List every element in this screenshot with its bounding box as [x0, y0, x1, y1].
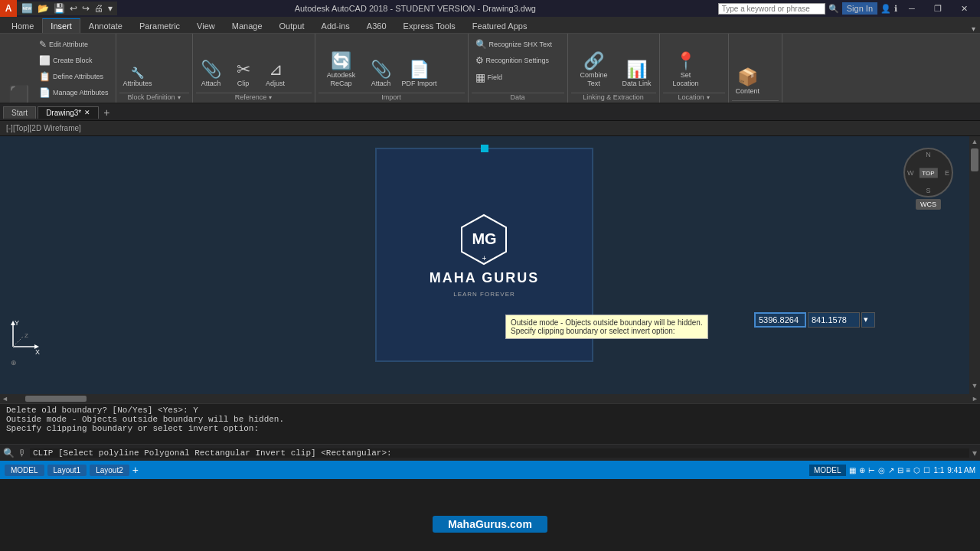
hscroll-left[interactable]: ◄	[0, 395, 10, 403]
sel-btn[interactable]: ☐	[923, 466, 930, 474]
adjust-btn[interactable]: ⊿ Adjust	[260, 58, 291, 91]
bottom-scrollbar[interactable]: ◄ ►	[0, 394, 980, 403]
tab-express[interactable]: Express Tools	[395, 18, 464, 33]
layout2-tab[interactable]: Layout2	[90, 465, 129, 476]
restore-btn[interactable]: ❐	[926, 0, 949, 17]
block-grip[interactable]	[481, 145, 488, 152]
hscroll-thumb[interactable]	[25, 396, 87, 402]
combine-text-btn[interactable]: 🔗 Combine Text	[571, 50, 617, 91]
search-input[interactable]	[718, 3, 825, 15]
data-link-btn[interactable]: 📊 Data Link	[619, 58, 655, 91]
ribbon-group-block: ⬛ Insert ✎ Edit Attribute ⬜ Create Block…	[0, 34, 116, 103]
tab-a360[interactable]: A360	[358, 18, 395, 33]
add-layout-btn[interactable]: +	[132, 464, 139, 476]
undo-btn[interactable]: ↩	[68, 2, 79, 15]
insert-btn[interactable]: ⬛ Insert	[3, 83, 34, 104]
svg-line-7	[13, 337, 23, 347]
tab-featured[interactable]: Featured Apps	[464, 18, 536, 33]
command-input-field[interactable]	[30, 448, 969, 458]
blockdef-btn1[interactable]: 🔧 Attributes	[119, 64, 156, 91]
location-dropdown-arrow[interactable]: ▾	[707, 94, 710, 101]
scroll-down-arrow[interactable]: ▼	[972, 380, 978, 391]
tab-annotate[interactable]: Annotate	[80, 18, 131, 33]
ribbon-collapse-btn[interactable]: ▾	[972, 24, 975, 33]
adjust-icon: ⊿	[269, 61, 283, 78]
clip-y-input[interactable]	[808, 312, 860, 328]
scale-btn[interactable]: 1:1	[933, 466, 944, 474]
tab-parametric[interactable]: Parametric	[131, 18, 188, 33]
field-btn[interactable]: ▦ Field	[472, 69, 507, 86]
trans-btn[interactable]: ⬡	[913, 466, 920, 474]
content-icon: 📦	[737, 69, 758, 86]
grid-btn[interactable]: ▦	[849, 466, 856, 474]
clip-dropdown-btn[interactable]: ▾	[861, 312, 875, 328]
snap-btn[interactable]: ⊕	[859, 466, 865, 474]
compass-ring: N S E W TOP	[903, 148, 953, 197]
content-buttons: 📦 Content	[732, 37, 764, 99]
content-group-label	[732, 100, 779, 103]
account-icon[interactable]: 👤	[880, 4, 891, 14]
cmd-icon-mic[interactable]: 🎙	[18, 448, 27, 458]
blockdef-dropdown-arrow[interactable]: ▾	[178, 94, 181, 101]
close-btn[interactable]: ✕	[952, 0, 975, 17]
tab-drawing3[interactable]: Drawing3* ✕	[38, 106, 99, 119]
pdf-import-btn[interactable]: 📄 PDF Import	[398, 58, 441, 91]
tab-insert[interactable]: Insert	[42, 18, 80, 33]
compass-top-btn[interactable]: TOP	[919, 168, 937, 178]
recognize-shx-btn[interactable]: 🔍 Recognize SHX Text	[472, 37, 556, 52]
hscroll-right[interactable]: ►	[970, 395, 980, 403]
location-label-text: Location	[678, 93, 704, 101]
edit-attr-label: Edit Attribute	[49, 41, 88, 48]
edit-attribute-btn[interactable]: ✎ Edit Attribute	[35, 37, 113, 52]
define-attr-btn[interactable]: 📋 Define Attributes	[35, 69, 113, 84]
tab-manage[interactable]: Manage	[224, 18, 271, 33]
viewport-label-text: [-][Top][2D Wireframe]	[6, 124, 81, 132]
create-block-label: Create Block	[53, 57, 93, 64]
set-location-btn[interactable]: 📍 Set Location	[663, 50, 709, 91]
cmd-dropdown[interactable]: ▾	[972, 448, 977, 458]
print-btn[interactable]: 🖨	[93, 2, 105, 15]
content-btn[interactable]: 📦 Content	[732, 66, 764, 99]
dyn-btn[interactable]: ⊟	[897, 466, 903, 474]
ortho-btn[interactable]: ⊢	[868, 466, 875, 474]
lw-btn[interactable]: ≡	[906, 466, 911, 474]
new-tab-btn[interactable]: +	[100, 106, 113, 119]
scroll-thumb[interactable]	[971, 148, 978, 171]
tab-addins[interactable]: Add-ins	[313, 18, 358, 33]
redo-btn[interactable]: ↪	[80, 2, 91, 15]
tab-output[interactable]: Output	[271, 18, 313, 33]
polar-btn[interactable]: ◎	[878, 466, 885, 474]
minimize-btn[interactable]: ─	[900, 0, 923, 17]
attach-btn[interactable]: 📎 Attach	[196, 58, 227, 91]
scroll-up-arrow[interactable]: ▲	[972, 136, 978, 147]
tab-home[interactable]: Home	[3, 18, 42, 33]
clip-x-input[interactable]	[754, 312, 806, 328]
open-btn[interactable]: 📂	[36, 2, 51, 15]
attach2-btn[interactable]: 📎 Attach	[366, 58, 397, 91]
manage-attr-btn[interactable]: 📄 Manage Attributes	[35, 85, 113, 100]
model-btn[interactable]: MODEL	[809, 465, 846, 476]
model-tab[interactable]: MODEL	[5, 465, 44, 476]
new-btn[interactable]: 🆕	[20, 2, 34, 15]
cmd-icon-search[interactable]: 🔍	[3, 448, 15, 458]
create-block-btn[interactable]: ⬜ Create Block	[35, 53, 113, 68]
app-logo[interactable]: A	[0, 0, 17, 17]
qa-dropdown[interactable]: ▾	[106, 2, 114, 15]
isnap-btn[interactable]: ↗	[888, 466, 894, 474]
recognition-settings-btn[interactable]: ⚙ Recognition Settings	[472, 53, 556, 68]
reference-dropdown-arrow[interactable]: ▾	[269, 94, 272, 101]
recap-icon: 🔄	[331, 53, 351, 70]
recap-btn[interactable]: 🔄 Autodesk ReCap	[318, 50, 364, 91]
wcs-btn[interactable]: WCS	[916, 199, 941, 210]
tab-view[interactable]: View	[188, 18, 224, 33]
sign-in-btn[interactable]: Sign In	[842, 2, 877, 15]
recognize-shx-icon: 🔍	[475, 39, 487, 50]
right-scrollbar[interactable]: ▲ ▼	[969, 136, 980, 394]
layout1-tab[interactable]: Layout1	[47, 465, 87, 476]
clip-btn[interactable]: ✂ Clip	[228, 58, 259, 91]
save-btn[interactable]: 💾	[52, 2, 67, 15]
tab-drawing3-close[interactable]: ✕	[84, 109, 90, 116]
help-icon[interactable]: 🔍	[828, 4, 839, 14]
tab-start[interactable]: Start	[3, 106, 36, 119]
info-icon[interactable]: ℹ	[894, 4, 897, 14]
